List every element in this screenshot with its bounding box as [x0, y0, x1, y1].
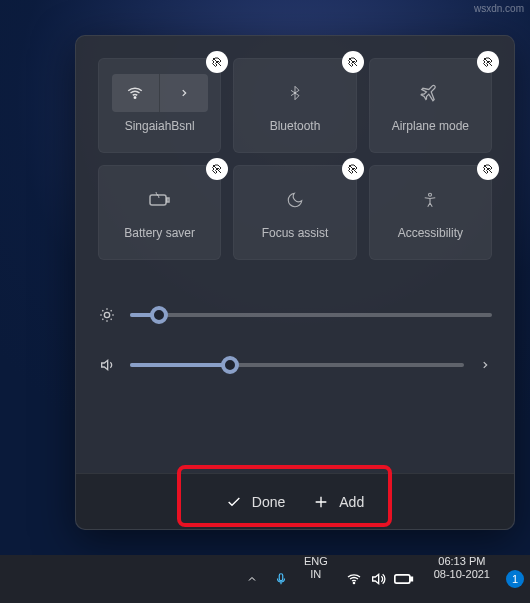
svg-rect-5 [279, 574, 283, 581]
tile-accessibility[interactable]: Accessibility [369, 165, 492, 260]
system-tray[interactable] [336, 555, 424, 603]
tile-battery-saver[interactable]: Battery saver [98, 165, 221, 260]
tiles-grid: SingaiahBsnl Bluetooth Airplane mode [76, 36, 514, 282]
brightness-slider[interactable] [98, 290, 492, 340]
volume-expand[interactable] [478, 360, 492, 370]
taskbar: ENGIN 06:13 PM08-10-2021 1 [0, 555, 530, 603]
tile-label: Bluetooth [270, 119, 321, 133]
bluetooth-icon [287, 79, 303, 107]
svg-rect-7 [395, 575, 410, 583]
accessibility-icon [421, 186, 439, 214]
unpin-icon[interactable] [477, 158, 499, 180]
tile-airplane[interactable]: Airplane mode [369, 58, 492, 153]
taskbar-overflow[interactable] [238, 555, 266, 603]
unpin-icon[interactable] [342, 51, 364, 73]
unpin-icon[interactable] [342, 158, 364, 180]
tile-bluetooth[interactable]: Bluetooth [233, 58, 356, 153]
volume-slider[interactable] [98, 340, 492, 390]
svg-point-0 [134, 96, 136, 98]
battery-icon [394, 572, 414, 586]
battery-saver-icon [148, 186, 172, 214]
svg-point-3 [429, 193, 432, 196]
brightness-icon [98, 307, 116, 323]
tile-label: Battery saver [124, 226, 195, 240]
done-label: Done [252, 494, 285, 510]
svg-point-4 [104, 312, 109, 317]
watermark: wsxdn.com [474, 3, 524, 14]
volume-track[interactable] [130, 363, 464, 367]
quick-settings-panel: SingaiahBsnl Bluetooth Airplane mode [75, 35, 515, 530]
notification-badge[interactable]: 1 [506, 570, 524, 588]
check-icon [226, 494, 242, 510]
tile-wifi[interactable]: SingaiahBsnl [98, 58, 221, 153]
tile-label: SingaiahBsnl [125, 119, 195, 133]
wifi-expand[interactable] [160, 74, 208, 112]
wifi-toggle[interactable] [112, 74, 160, 112]
tile-label: Airplane mode [392, 119, 469, 133]
done-button[interactable]: Done [226, 494, 285, 510]
tile-focus-assist[interactable]: Focus assist [233, 165, 356, 260]
unpin-icon[interactable] [206, 51, 228, 73]
mic-icon[interactable] [266, 555, 296, 603]
plus-icon [313, 494, 329, 510]
airplane-icon [420, 79, 440, 107]
svg-point-6 [353, 582, 354, 583]
volume-icon [98, 357, 116, 373]
unpin-icon[interactable] [477, 51, 499, 73]
volume-icon [370, 571, 386, 587]
clock[interactable]: 06:13 PM08-10-2021 [424, 555, 500, 603]
moon-icon [286, 186, 304, 214]
tile-label: Focus assist [262, 226, 329, 240]
unpin-icon[interactable] [206, 158, 228, 180]
brightness-track[interactable] [130, 313, 492, 317]
add-button[interactable]: Add [313, 494, 364, 510]
svg-rect-1 [150, 195, 166, 205]
add-label: Add [339, 494, 364, 510]
tile-label: Accessibility [398, 226, 463, 240]
svg-rect-8 [410, 577, 412, 580]
svg-rect-2 [167, 198, 169, 202]
wifi-icon [346, 571, 362, 587]
language-indicator[interactable]: ENGIN [296, 555, 336, 603]
panel-footer: Done Add [76, 473, 514, 529]
